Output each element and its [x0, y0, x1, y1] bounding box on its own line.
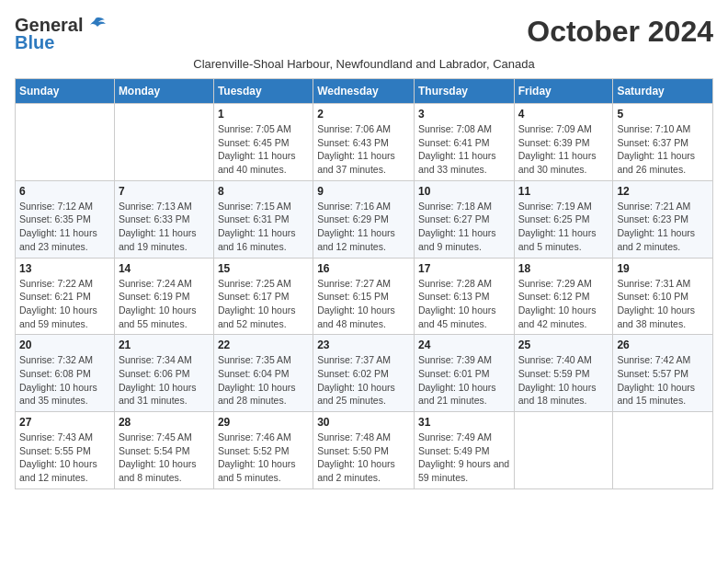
calendar-cell: 28Sunrise: 7:45 AMSunset: 5:54 PMDayligh…: [114, 412, 213, 489]
day-number: 19: [617, 262, 709, 275]
day-number: 11: [518, 185, 609, 198]
day-detail: Sunrise: 7:27 AMSunset: 6:15 PMDaylight:…: [317, 277, 410, 331]
calendar-cell: 4Sunrise: 7:09 AMSunset: 6:39 PMDaylight…: [514, 104, 613, 181]
calendar-cell: [114, 104, 213, 181]
calendar-cell: 16Sunrise: 7:27 AMSunset: 6:15 PMDayligh…: [313, 258, 415, 335]
day-number: 2: [317, 108, 410, 121]
day-detail: Sunrise: 7:32 AMSunset: 6:08 PMDaylight:…: [19, 353, 110, 408]
calendar-cell: [613, 412, 713, 489]
header-row: Sunday Monday Tuesday Wednesday Thursday…: [16, 79, 713, 104]
month-title: October 2024: [527, 15, 713, 49]
calendar-week-2: 6Sunrise: 7:12 AMSunset: 6:35 PMDaylight…: [16, 180, 713, 258]
day-detail: Sunrise: 7:22 AMSunset: 6:21 PMDaylight:…: [19, 277, 110, 331]
calendar-cell: 26Sunrise: 7:42 AMSunset: 5:57 PMDayligh…: [613, 335, 713, 412]
day-detail: Sunrise: 7:43 AMSunset: 5:55 PMDaylight:…: [19, 431, 110, 485]
page-header: General Blue October 2024: [15, 15, 713, 53]
calendar-cell: 6Sunrise: 7:12 AMSunset: 6:35 PMDaylight…: [16, 180, 115, 258]
day-number: 30: [317, 416, 410, 429]
day-detail: Sunrise: 7:48 AMSunset: 5:50 PMDaylight:…: [317, 431, 410, 485]
day-detail: Sunrise: 7:18 AMSunset: 6:27 PMDaylight:…: [418, 200, 510, 254]
col-sunday: Sunday: [16, 79, 115, 104]
day-detail: Sunrise: 7:21 AMSunset: 6:23 PMDaylight:…: [617, 200, 709, 254]
calendar-cell: 30Sunrise: 7:48 AMSunset: 5:50 PMDayligh…: [313, 412, 415, 489]
day-number: 28: [119, 416, 210, 429]
calendar-cell: [16, 104, 115, 181]
day-detail: Sunrise: 7:40 AMSunset: 5:59 PMDaylight:…: [518, 353, 609, 408]
day-detail: Sunrise: 7:46 AMSunset: 5:52 PMDaylight:…: [218, 431, 309, 485]
calendar-week-3: 13Sunrise: 7:22 AMSunset: 6:21 PMDayligh…: [16, 258, 713, 335]
calendar-cell: 13Sunrise: 7:22 AMSunset: 6:21 PMDayligh…: [16, 258, 115, 335]
day-detail: Sunrise: 7:35 AMSunset: 6:04 PMDaylight:…: [218, 353, 309, 408]
col-wednesday: Wednesday: [313, 79, 415, 104]
calendar-cell: 10Sunrise: 7:18 AMSunset: 6:27 PMDayligh…: [414, 180, 514, 258]
day-detail: Sunrise: 7:24 AMSunset: 6:19 PMDaylight:…: [119, 277, 210, 331]
day-detail: Sunrise: 7:45 AMSunset: 5:54 PMDaylight:…: [119, 431, 210, 485]
day-detail: Sunrise: 7:31 AMSunset: 6:10 PMDaylight:…: [617, 277, 709, 331]
day-number: 15: [218, 262, 309, 275]
calendar-week-5: 27Sunrise: 7:43 AMSunset: 5:55 PMDayligh…: [16, 412, 713, 489]
day-number: 17: [418, 262, 510, 275]
day-number: 5: [617, 108, 709, 121]
day-detail: Sunrise: 7:25 AMSunset: 6:17 PMDaylight:…: [218, 277, 309, 331]
day-number: 16: [317, 262, 410, 275]
subtitle: Clarenville-Shoal Harbour, Newfoundland …: [15, 57, 713, 71]
day-number: 4: [518, 108, 609, 121]
calendar-cell: 7Sunrise: 7:13 AMSunset: 6:33 PMDaylight…: [114, 180, 213, 258]
day-detail: Sunrise: 7:12 AMSunset: 6:35 PMDaylight:…: [19, 200, 110, 254]
day-detail: Sunrise: 7:09 AMSunset: 6:39 PMDaylight:…: [518, 122, 609, 177]
day-detail: Sunrise: 7:10 AMSunset: 6:37 PMDaylight:…: [617, 122, 709, 177]
calendar-body: 1Sunrise: 7:05 AMSunset: 6:45 PMDaylight…: [16, 104, 713, 489]
day-number: 29: [218, 416, 309, 429]
calendar-cell: 24Sunrise: 7:39 AMSunset: 6:01 PMDayligh…: [414, 335, 514, 412]
calendar-cell: 27Sunrise: 7:43 AMSunset: 5:55 PMDayligh…: [16, 412, 115, 489]
day-number: 26: [617, 339, 709, 351]
calendar-cell: 21Sunrise: 7:34 AMSunset: 6:06 PMDayligh…: [114, 335, 213, 412]
day-number: 12: [617, 185, 709, 198]
calendar-cell: 1Sunrise: 7:05 AMSunset: 6:45 PMDaylight…: [213, 104, 313, 181]
logo-bird-icon: [86, 17, 107, 33]
day-detail: Sunrise: 7:06 AMSunset: 6:43 PMDaylight:…: [317, 122, 410, 177]
day-detail: Sunrise: 7:29 AMSunset: 6:12 PMDaylight:…: [518, 277, 609, 331]
calendar-cell: 17Sunrise: 7:28 AMSunset: 6:13 PMDayligh…: [414, 258, 514, 335]
calendar-header: Sunday Monday Tuesday Wednesday Thursday…: [16, 79, 713, 104]
calendar-cell: 19Sunrise: 7:31 AMSunset: 6:10 PMDayligh…: [613, 258, 713, 335]
day-number: 3: [418, 108, 510, 121]
logo: General Blue: [15, 15, 107, 53]
calendar-cell: 12Sunrise: 7:21 AMSunset: 6:23 PMDayligh…: [613, 180, 713, 258]
col-saturday: Saturday: [613, 79, 713, 104]
calendar-cell: 11Sunrise: 7:19 AMSunset: 6:25 PMDayligh…: [514, 180, 613, 258]
day-detail: Sunrise: 7:34 AMSunset: 6:06 PMDaylight:…: [119, 353, 210, 408]
day-number: 25: [518, 339, 609, 351]
col-monday: Monday: [114, 79, 213, 104]
calendar-cell: 9Sunrise: 7:16 AMSunset: 6:29 PMDaylight…: [313, 180, 415, 258]
day-detail: Sunrise: 7:05 AMSunset: 6:45 PMDaylight:…: [218, 122, 309, 177]
calendar-cell: 3Sunrise: 7:08 AMSunset: 6:41 PMDaylight…: [414, 104, 514, 181]
day-number: 27: [19, 416, 110, 429]
calendar-cell: 14Sunrise: 7:24 AMSunset: 6:19 PMDayligh…: [114, 258, 213, 335]
day-number: 24: [418, 339, 510, 351]
day-detail: Sunrise: 7:08 AMSunset: 6:41 PMDaylight:…: [418, 122, 510, 177]
day-number: 21: [119, 339, 210, 351]
calendar-cell: 18Sunrise: 7:29 AMSunset: 6:12 PMDayligh…: [514, 258, 613, 335]
calendar-cell: 15Sunrise: 7:25 AMSunset: 6:17 PMDayligh…: [213, 258, 313, 335]
day-number: 23: [317, 339, 410, 351]
col-tuesday: Tuesday: [213, 79, 313, 104]
calendar-week-1: 1Sunrise: 7:05 AMSunset: 6:45 PMDaylight…: [16, 104, 713, 181]
calendar-cell: 25Sunrise: 7:40 AMSunset: 5:59 PMDayligh…: [514, 335, 613, 412]
calendar-cell: 31Sunrise: 7:49 AMSunset: 5:49 PMDayligh…: [414, 412, 514, 489]
calendar-cell: 29Sunrise: 7:46 AMSunset: 5:52 PMDayligh…: [213, 412, 313, 489]
col-friday: Friday: [514, 79, 613, 104]
logo-text-blue: Blue: [15, 32, 54, 53]
calendar-week-4: 20Sunrise: 7:32 AMSunset: 6:08 PMDayligh…: [16, 335, 713, 412]
day-number: 6: [19, 185, 110, 198]
day-detail: Sunrise: 7:28 AMSunset: 6:13 PMDaylight:…: [418, 277, 510, 331]
calendar-cell: [514, 412, 613, 489]
calendar-cell: 22Sunrise: 7:35 AMSunset: 6:04 PMDayligh…: [213, 335, 313, 412]
day-number: 18: [518, 262, 609, 275]
day-number: 20: [19, 339, 110, 351]
day-detail: Sunrise: 7:42 AMSunset: 5:57 PMDaylight:…: [617, 353, 709, 408]
day-number: 31: [418, 416, 510, 429]
day-number: 13: [19, 262, 110, 275]
day-number: 14: [119, 262, 210, 275]
day-number: 1: [218, 108, 309, 121]
